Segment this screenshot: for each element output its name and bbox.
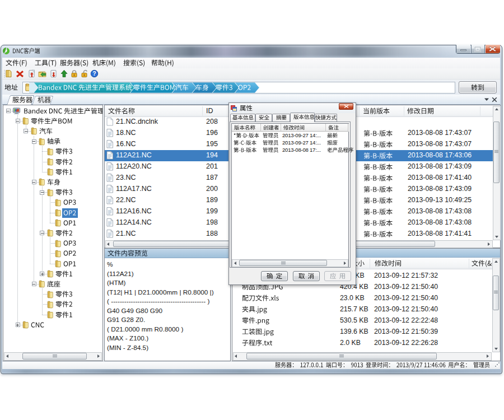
svg-text:?: ? xyxy=(92,70,96,77)
